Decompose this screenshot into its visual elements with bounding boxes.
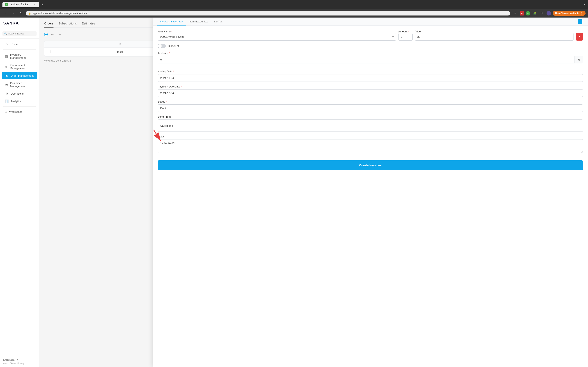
sidebar-item-procurement[interactable]: ◈ Procurement Management bbox=[2, 62, 37, 72]
browser-tab-bar: S Invoices | Sanka × + ▾ bbox=[0, 0, 588, 9]
payment-due-label: Payment Due Date * bbox=[158, 85, 583, 88]
language-chevron: ∧ bbox=[17, 359, 18, 361]
send-from-input[interactable] bbox=[158, 119, 583, 132]
terms-link[interactable]: Terms bbox=[10, 362, 16, 365]
extension-icon-2[interactable]: ☺ bbox=[526, 11, 530, 16]
chrome-update-button[interactable]: New Chrome available ⋮ bbox=[553, 11, 586, 16]
radio-button[interactable] bbox=[44, 33, 48, 36]
notes-textarea[interactable]: 123456789 bbox=[158, 139, 583, 153]
item-name-select[interactable]: #0001 White T-Shirt bbox=[158, 33, 396, 41]
payment-due-group: Payment Due Date * bbox=[158, 85, 583, 97]
bookmark-button[interactable]: ☆ bbox=[512, 10, 518, 16]
sidebar-item-label: Workspace bbox=[9, 110, 22, 113]
tab-overflow-button[interactable]: ▾ bbox=[584, 3, 586, 6]
sidebar-item-customer[interactable]: ◎ Customer Management bbox=[2, 80, 37, 90]
tabs-container: S Invoices | Sanka × + bbox=[2, 2, 582, 7]
download-button[interactable]: ⬇ bbox=[539, 10, 545, 16]
delete-item-button[interactable]: × bbox=[576, 33, 583, 41]
search-icon: 🔍 bbox=[4, 33, 7, 35]
footer-links: About Terms Privacy bbox=[3, 362, 36, 365]
url-text: app.sanka.io/modules/ordermanagement/inv… bbox=[33, 12, 87, 15]
inventory-icon: ▦ bbox=[5, 55, 8, 58]
panel-toggle-button[interactable]: ✓ bbox=[578, 19, 582, 24]
item-amount-group: Amount * bbox=[398, 30, 413, 41]
extensions-button[interactable]: 🧩 bbox=[532, 10, 537, 16]
row-checkbox[interactable] bbox=[47, 50, 51, 53]
logo-area: SANKA bbox=[0, 17, 39, 29]
tax-rate-group: Tax Rate * % bbox=[158, 52, 583, 67]
add-record-button[interactable]: + bbox=[58, 32, 62, 37]
about-link[interactable]: About bbox=[3, 362, 9, 365]
overlay-panel: Invoices Based Tax Item Based Tax No Tax… bbox=[153, 17, 588, 367]
issuing-date-group: Issuing Date * bbox=[158, 70, 583, 82]
send-from-group: Send From bbox=[158, 115, 583, 132]
sidebar-item-label: Analytics bbox=[11, 100, 21, 103]
forward-button[interactable]: › bbox=[10, 10, 16, 16]
issuing-date-label: Issuing Date * bbox=[158, 70, 583, 73]
panel-tab-invoice-based[interactable]: Invoices Based Tax bbox=[157, 17, 186, 26]
active-tab[interactable]: S Invoices | Sanka × bbox=[2, 2, 39, 7]
profile-button[interactable]: I bbox=[546, 11, 551, 16]
main-content: Orders Subscriptions Estimates ⋯ + ID bbox=[39, 17, 588, 367]
item-name-select-wrapper: #0001 White T-Shirt ▼ bbox=[158, 33, 396, 41]
issuing-date-input[interactable] bbox=[158, 74, 583, 82]
sidebar-item-home[interactable]: ⌂ Home bbox=[2, 40, 37, 48]
privacy-link[interactable]: Privacy bbox=[17, 362, 24, 365]
search-area: 🔍 bbox=[0, 29, 39, 39]
item-name-label: Item Name * bbox=[158, 30, 396, 33]
analytics-icon: 📊 bbox=[5, 100, 9, 103]
app-layout: SANKA 🔍 ⌂ Home ▦ Inventory Management ◈ … bbox=[0, 17, 588, 367]
tax-rate-input[interactable] bbox=[158, 56, 575, 63]
tab-title: Invoices | Sanka bbox=[10, 3, 28, 6]
address-bar[interactable]: 🔒 app.sanka.io/modules/ordermanagement/i… bbox=[26, 11, 510, 16]
required-star: * bbox=[166, 100, 167, 103]
tax-rate-label: Tax Rate * bbox=[158, 52, 583, 55]
panel-tab-item-based[interactable]: Item Based Tax bbox=[186, 17, 211, 26]
tab-estimates[interactable]: Estimates bbox=[82, 22, 95, 27]
status-input[interactable] bbox=[158, 104, 583, 112]
procurement-icon: ◈ bbox=[5, 65, 8, 68]
status-label: Status * bbox=[158, 100, 583, 103]
required-star: * bbox=[172, 30, 173, 33]
operations-icon: ⚙ bbox=[5, 92, 9, 95]
panel-tab-no-tax[interactable]: No Tax bbox=[211, 17, 226, 26]
send-from-label: Send From bbox=[158, 115, 583, 118]
status-group: Status * bbox=[158, 100, 583, 112]
sidebar-item-inventory[interactable]: ▦ Inventory Management bbox=[2, 51, 37, 61]
chrome-update-text: New Chrome available bbox=[555, 12, 579, 15]
sidebar-item-label: Operations bbox=[11, 92, 24, 95]
panel-body: Item Name * #0001 White T-Shirt ▼ Amount… bbox=[153, 26, 588, 367]
item-name-group: Item Name * #0001 White T-Shirt ▼ bbox=[158, 30, 396, 41]
language-selector[interactable]: English (en) ∧ bbox=[3, 359, 36, 361]
sidebar-item-analytics[interactable]: 📊 Analytics bbox=[2, 98, 37, 105]
notes-group: Notes 123456789 bbox=[158, 135, 583, 153]
workspace-icon: ⊞ bbox=[5, 110, 7, 113]
sidebar-item-workspace[interactable]: ⊞ Workspace bbox=[2, 108, 37, 115]
item-price-group: Price bbox=[415, 30, 574, 41]
create-invoices-button[interactable]: Create Invoices bbox=[158, 160, 583, 170]
browser-actions: ☆ ❋ ☺ 🧩 ⬇ I New Chrome available ⋮ bbox=[512, 10, 586, 16]
new-tab-button[interactable]: + bbox=[40, 2, 45, 7]
sidebar-item-operations[interactable]: ⚙ Operations bbox=[2, 90, 37, 97]
price-input[interactable] bbox=[415, 33, 574, 41]
security-icon: 🔒 bbox=[28, 12, 31, 15]
tab-subscriptions[interactable]: Subscriptions bbox=[58, 22, 77, 27]
payment-due-input[interactable] bbox=[158, 89, 583, 97]
amount-input[interactable] bbox=[398, 33, 413, 41]
tax-rate-input-row: % bbox=[158, 56, 583, 63]
back-button[interactable]: ‹ bbox=[2, 10, 8, 16]
sidebar-item-order[interactable]: ◉ Order Management bbox=[2, 72, 37, 79]
search-input[interactable] bbox=[2, 31, 36, 36]
app-logo: SANKA bbox=[3, 21, 36, 25]
more-options-button[interactable]: ⋯ bbox=[50, 32, 56, 37]
discount-toggle[interactable] bbox=[158, 44, 166, 48]
panel-tabs: Invoices Based Tax Item Based Tax No Tax… bbox=[153, 17, 588, 26]
discount-label: Discount bbox=[168, 44, 179, 48]
reload-button[interactable]: ↻ bbox=[18, 10, 24, 16]
tab-orders[interactable]: Orders bbox=[44, 22, 53, 27]
tax-suffix: % bbox=[575, 56, 583, 63]
extension-icon-1[interactable]: ❋ bbox=[520, 11, 524, 16]
search-wrapper: 🔍 bbox=[2, 31, 36, 36]
sidebar: SANKA 🔍 ⌂ Home ▦ Inventory Management ◈ … bbox=[0, 17, 39, 367]
tab-close-button[interactable]: × bbox=[33, 3, 36, 6]
